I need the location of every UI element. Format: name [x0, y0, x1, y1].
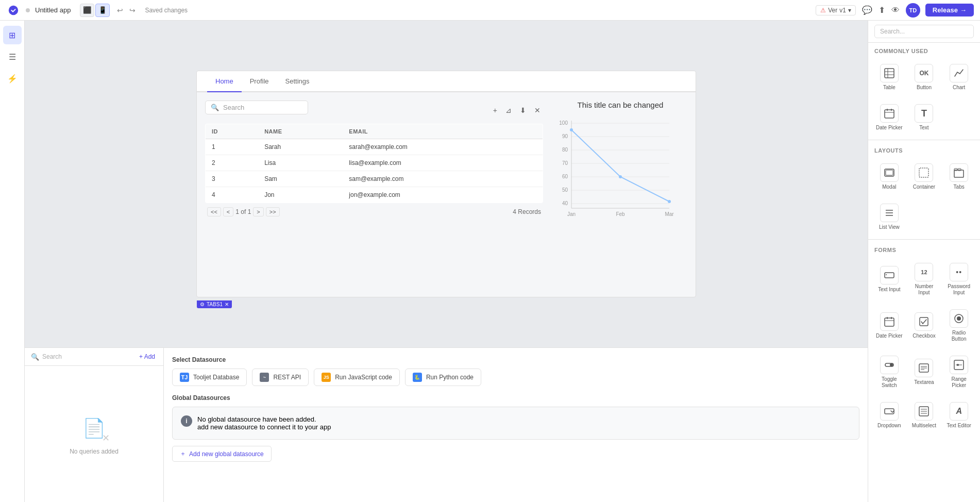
cell-email: sam@example.com: [343, 171, 543, 187]
text-editor-widget-icon: A: [950, 402, 968, 421]
widget-search-bar: [868, 21, 980, 43]
widget-search-input[interactable]: [874, 25, 974, 38]
table-section: 🔍 Search + ⊿ ⬇ ✕: [205, 101, 543, 229]
layouts-label: Layouts: [868, 142, 980, 157]
widget-text-input[interactable]: Text Input: [872, 258, 906, 300]
widget-dropdown[interactable]: Dropdown: [872, 397, 906, 433]
undo-button[interactable]: ↩: [115, 5, 125, 15]
pagination-first[interactable]: <<: [207, 207, 221, 216]
tabs-settings-icon: ⚙: [200, 302, 205, 307]
cell-id: 2: [206, 155, 259, 171]
app-canvas: Home Profile Settings 🔍 Search: [196, 71, 696, 297]
mobile-view-button[interactable]: 📱: [95, 4, 110, 17]
add-row-button[interactable]: +: [491, 105, 500, 116]
table-row[interactable]: 4 Jon jon@example.com: [206, 187, 543, 203]
widget-table[interactable]: Table: [872, 59, 906, 95]
sidebar-components-icon[interactable]: ⊞: [3, 26, 22, 44]
filter-button[interactable]: ⊿: [503, 105, 514, 116]
widget-chart[interactable]: Chart: [942, 59, 976, 95]
redo-button[interactable]: ↪: [127, 5, 138, 15]
table-row[interactable]: 3 Sam sam@example.com: [206, 171, 543, 187]
cell-email: lisa@example.com: [343, 155, 543, 171]
tabs-widget-icon: [950, 163, 968, 182]
svg-rect-34: [954, 170, 964, 177]
download-button[interactable]: ⬇: [517, 105, 529, 116]
global-datasources-empty: i No global datasource have been added. …: [172, 407, 859, 440]
ds-js-icon: JS: [322, 373, 331, 382]
pagination-last[interactable]: >>: [266, 207, 280, 216]
svg-rect-27: [885, 110, 894, 118]
table-header-row: ID NAME EMAIL: [206, 124, 543, 139]
preview-button[interactable]: 👁: [890, 5, 901, 16]
saved-status: Saved changes: [145, 7, 188, 14]
table-search[interactable]: 🔍 Search: [205, 101, 308, 114]
col-email: EMAIL: [343, 124, 543, 139]
commonly-used-label: Commonly Used: [868, 43, 980, 57]
widget-date-picker[interactable]: Date Picker: [872, 99, 906, 136]
widget-date-picker-form[interactable]: Date Picker: [872, 305, 906, 347]
datasource-options: TJ Tooljet Database ~ REST API JS Run Ja…: [172, 369, 859, 386]
checkbox-widget-label: Checkbox: [913, 333, 935, 339]
more-options-button[interactable]: ✕: [532, 105, 543, 116]
widget-toggle-switch[interactable]: Toggle Switch: [872, 351, 906, 393]
widget-range-picker[interactable]: Range Picker: [942, 351, 976, 393]
widget-radio-button[interactable]: Radio Button: [942, 305, 976, 347]
user-avatar[interactable]: TD: [906, 3, 920, 18]
table-row[interactable]: 2 Lisa lisa@example.com: [206, 155, 543, 171]
queries-search-bar: 🔍 + Add: [25, 348, 163, 366]
svg-point-0: [9, 5, 18, 14]
widget-tabs[interactable]: Tabs: [942, 159, 976, 195]
global-datasources-section: Global Datasources i No global datasourc…: [172, 394, 859, 462]
modal-widget-icon: [880, 163, 899, 182]
ds-option-tooljet[interactable]: TJ Tooljet Database: [172, 369, 247, 386]
desktop-view-button[interactable]: ⬛: [80, 4, 94, 17]
pagination-current: 1 of 1: [235, 208, 251, 215]
widget-container[interactable]: Container: [907, 159, 941, 195]
queries-add-button[interactable]: + Add: [137, 352, 157, 361]
add-global-datasource-button[interactable]: ＋ Add new global datasource: [172, 446, 272, 462]
widget-number-input[interactable]: 12 Number Input: [907, 258, 941, 300]
ds-option-rest[interactable]: ~ REST API: [252, 369, 309, 386]
pagination-next[interactable]: >: [253, 207, 263, 216]
layouts-grid-2: List View: [868, 197, 980, 237]
widget-password-input[interactable]: •• Password Input: [942, 258, 976, 300]
list-view-widget-label: List View: [879, 224, 900, 230]
forms-label: Forms: [868, 242, 980, 256]
widget-multiselect[interactable]: Multiselect: [907, 397, 941, 433]
tab-settings[interactable]: Settings: [277, 71, 318, 92]
widget-text[interactable]: T Text: [907, 99, 941, 136]
tabs-delete-icon[interactable]: ✕: [225, 302, 229, 307]
sidebar-pages-icon[interactable]: ☰: [3, 47, 22, 66]
widget-text-editor[interactable]: A Text Editor: [942, 397, 976, 433]
ds-option-python[interactable]: 🐍 Run Python code: [405, 369, 481, 386]
table-toolbar: 🔍 Search + ⊿ ⬇ ✕: [205, 101, 543, 120]
cell-email: sarah@example.com: [343, 139, 543, 155]
comment-button[interactable]: 💬: [861, 4, 873, 16]
ds-option-js[interactable]: JS Run JavaScript code: [314, 369, 400, 386]
tab-home[interactable]: Home: [207, 71, 242, 92]
svg-text:Jan: Jan: [567, 211, 576, 217]
ds-python-icon: 🐍: [413, 373, 422, 382]
widget-modal[interactable]: Modal: [872, 159, 906, 195]
undo-redo-controls: ↩ ↪: [115, 5, 138, 15]
modal-widget-label: Modal: [882, 184, 896, 190]
pagination-prev[interactable]: <: [223, 207, 233, 216]
topbar-dot: [26, 8, 30, 12]
widget-list-view[interactable]: List View: [872, 199, 906, 235]
table-row[interactable]: 1 Sarah sarah@example.com: [206, 139, 543, 155]
tab-profile[interactable]: Profile: [242, 71, 277, 92]
share-button[interactable]: ⬆: [877, 4, 886, 16]
sidebar-data-icon[interactable]: ⚡: [3, 69, 22, 88]
table-widget-label: Table: [883, 85, 895, 91]
version-selector[interactable]: ⚠ Ver v1 ▾: [816, 5, 856, 15]
svg-text:70: 70: [562, 160, 568, 166]
chart-title: This title can be changed: [553, 101, 687, 109]
widget-textarea[interactable]: Textarea: [907, 351, 941, 393]
divider-1: [868, 140, 980, 140]
tabs-component: Home Profile Settings: [197, 71, 696, 92]
queries-search-input[interactable]: [42, 353, 134, 360]
widget-button[interactable]: OK Button: [907, 59, 941, 95]
canvas-top: Home Profile Settings 🔍 Search: [25, 21, 868, 347]
release-button[interactable]: Release →: [925, 4, 974, 16]
widget-checkbox[interactable]: Checkbox: [907, 305, 941, 347]
